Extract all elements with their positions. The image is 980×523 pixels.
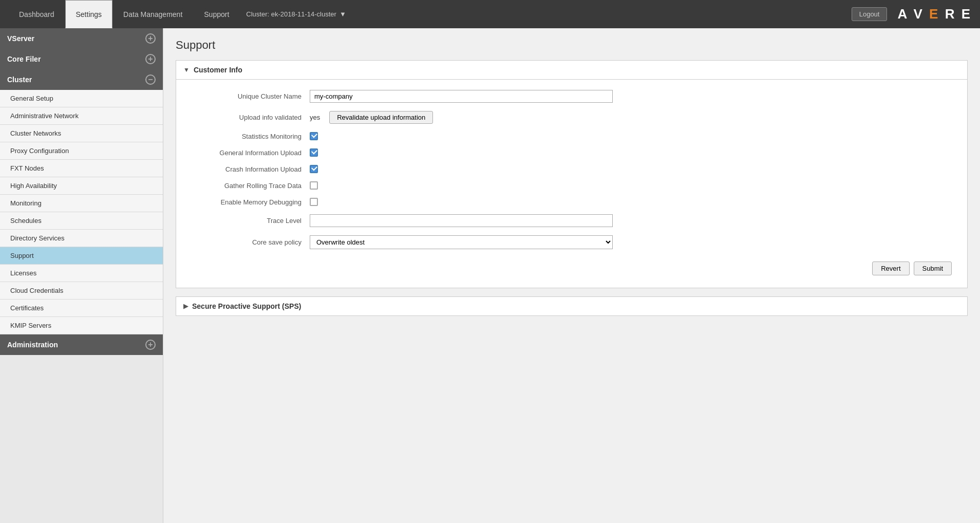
- general-info-upload-control: [310, 148, 318, 157]
- crash-info-upload-control: [310, 165, 318, 173]
- sidebar-item-cluster-networks[interactable]: Cluster Networks: [0, 125, 163, 142]
- expand-triangle-icon: ▶: [183, 303, 188, 310]
- sidebar-item-monitoring[interactable]: Monitoring: [0, 195, 163, 212]
- gather-rolling-trace-checkbox[interactable]: [310, 181, 318, 190]
- tab-data-management[interactable]: Data Management: [112, 0, 193, 28]
- sidebar-item-fxt-nodes[interactable]: FXT Nodes: [0, 160, 163, 177]
- avere-logo: A V E R E: [897, 6, 972, 22]
- gather-rolling-trace-row: Gather Rolling Trace Data: [192, 181, 952, 190]
- core-filer-add-icon[interactable]: +: [145, 54, 156, 64]
- trace-level-label: Trace Level: [192, 217, 310, 225]
- revert-button[interactable]: Revert: [872, 262, 909, 275]
- enable-memory-debugging-control: [310, 198, 318, 206]
- sidebar-item-licenses[interactable]: Licenses: [0, 265, 163, 282]
- cluster-minus-icon[interactable]: −: [145, 74, 156, 85]
- revalidate-button[interactable]: Revalidate upload information: [329, 111, 433, 124]
- core-save-policy-row: Core save policy Overwrite oldest Keep n…: [192, 235, 952, 249]
- vserver-add-icon[interactable]: +: [145, 33, 156, 44]
- cluster-selector[interactable]: Cluster: ek-2018-11-14-cluster ▼: [246, 0, 346, 28]
- enable-memory-debugging-label: Enable Memory Debugging: [192, 198, 310, 206]
- sidebar-item-support[interactable]: Support: [0, 247, 163, 265]
- administration-add-icon[interactable]: +: [145, 340, 156, 350]
- trace-level-input[interactable]: [310, 214, 613, 227]
- enable-memory-debugging-checkbox[interactable]: [310, 198, 318, 206]
- sidebar-item-certificates[interactable]: Certificates: [0, 300, 163, 317]
- gather-rolling-trace-label: Gather Rolling Trace Data: [192, 182, 310, 190]
- statistics-monitoring-control: [310, 132, 318, 140]
- general-info-upload-label: General Information Upload: [192, 149, 310, 157]
- sps-panel: ▶ Secure Proactive Support (SPS): [176, 296, 968, 316]
- upload-info-validated-label: Upload info validated: [192, 114, 310, 121]
- statistics-monitoring-label: Statistics Monitoring: [192, 133, 310, 140]
- statistics-monitoring-checkbox[interactable]: [310, 132, 318, 140]
- sidebar-item-directory-services[interactable]: Directory Services: [0, 230, 163, 247]
- logout-button[interactable]: Logout: [852, 7, 888, 21]
- collapse-triangle-icon: ▼: [183, 66, 190, 73]
- sidebar-item-cloud-credentials[interactable]: Cloud Credentials: [0, 282, 163, 300]
- customer-info-panel: ▼ Customer Info Unique Cluster Name Uplo…: [176, 60, 968, 288]
- sidebar-item-high-availability[interactable]: High Availability: [0, 177, 163, 195]
- core-save-policy-label: Core save policy: [192, 238, 310, 246]
- tab-support[interactable]: Support: [193, 0, 240, 28]
- sidebar-section-core-filer[interactable]: Core Filer +: [0, 49, 163, 69]
- sidebar-item-general-setup[interactable]: General Setup: [0, 90, 163, 107]
- sidebar-item-administrative-network[interactable]: Administrative Network: [0, 107, 163, 125]
- sidebar-item-schedules[interactable]: Schedules: [0, 212, 163, 230]
- sidebar-section-administration[interactable]: Administration +: [0, 334, 163, 355]
- crash-info-upload-checkbox[interactable]: [310, 165, 318, 173]
- general-info-upload-checkbox[interactable]: [310, 148, 318, 157]
- general-info-upload-row: General Information Upload: [192, 148, 952, 157]
- submit-button[interactable]: Submit: [914, 262, 952, 275]
- tab-settings[interactable]: Settings: [65, 0, 113, 28]
- core-save-policy-control: Overwrite oldest Keep newest Disable: [310, 235, 613, 249]
- sidebar-section-cluster[interactable]: Cluster −: [0, 69, 163, 90]
- upload-info-validated-row: Upload info validated yes Revalidate upl…: [192, 111, 952, 124]
- core-save-policy-select[interactable]: Overwrite oldest Keep newest Disable: [310, 235, 613, 249]
- trace-level-control: [310, 214, 613, 227]
- unique-cluster-name-control: [310, 90, 613, 103]
- unique-cluster-name-row: Unique Cluster Name: [192, 90, 952, 103]
- gather-rolling-trace-control: [310, 181, 318, 190]
- topbar-nav: Dashboard Settings Data Management Suppo…: [8, 0, 346, 28]
- sidebar-section-vserver[interactable]: VServer +: [0, 28, 163, 49]
- unique-cluster-name-input[interactable]: [310, 90, 613, 103]
- sidebar-item-proxy-configuration[interactable]: Proxy Configuration: [0, 142, 163, 160]
- sidebar-item-kmip-servers[interactable]: KMIP Servers: [0, 317, 163, 334]
- customer-info-body: Unique Cluster Name Upload info validate…: [176, 80, 967, 288]
- crash-info-upload-row: Crash Information Upload: [192, 165, 952, 173]
- form-actions: Revert Submit: [192, 257, 952, 275]
- tab-dashboard[interactable]: Dashboard: [8, 0, 65, 28]
- main-layout: VServer + Core Filer + Cluster − General…: [0, 28, 980, 523]
- topbar: Dashboard Settings Data Management Suppo…: [0, 0, 980, 28]
- enable-memory-debugging-row: Enable Memory Debugging: [192, 198, 952, 206]
- upload-info-validated-control: yes Revalidate upload information: [310, 111, 433, 124]
- unique-cluster-name-label: Unique Cluster Name: [192, 92, 310, 100]
- sidebar: VServer + Core Filer + Cluster − General…: [0, 28, 163, 523]
- statistics-monitoring-row: Statistics Monitoring: [192, 132, 952, 140]
- cluster-items: General Setup Administrative Network Clu…: [0, 90, 163, 334]
- upload-validated-yes: yes: [310, 114, 320, 121]
- page-title: Support: [176, 39, 968, 52]
- crash-info-upload-label: Crash Information Upload: [192, 165, 310, 173]
- content-area: Support ▼ Customer Info Unique Cluster N…: [163, 28, 980, 523]
- sps-header[interactable]: ▶ Secure Proactive Support (SPS): [176, 297, 967, 315]
- customer-info-header[interactable]: ▼ Customer Info: [176, 61, 967, 80]
- trace-level-row: Trace Level: [192, 214, 952, 227]
